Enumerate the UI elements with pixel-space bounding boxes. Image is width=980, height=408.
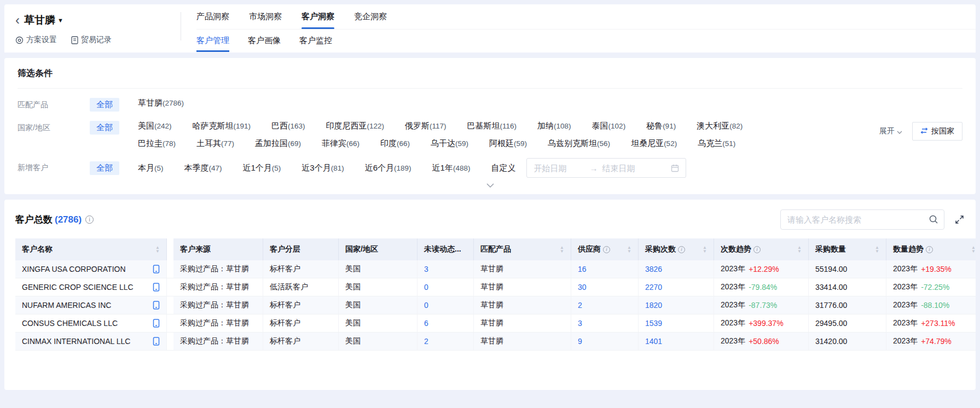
cell-unread-link[interactable]: 0 xyxy=(417,278,474,296)
expand-link[interactable]: 展开 xyxy=(879,126,902,136)
primary-tab[interactable]: 产品洞察 xyxy=(196,4,229,29)
sort-icon[interactable]: ▲▼ xyxy=(793,246,802,253)
country-filter-item[interactable]: 印度尼西亚(122) xyxy=(326,121,385,131)
cell-unread-link[interactable]: 0 xyxy=(417,296,474,314)
cell-unread-link[interactable]: 6 xyxy=(417,314,474,332)
time-filter-item[interactable]: 近3个月(81) xyxy=(301,163,344,173)
phone-contact-icon[interactable] xyxy=(153,301,160,310)
country-filter-item[interactable]: 孟加拉国(69) xyxy=(255,138,301,149)
cell-purchase-times-link[interactable]: 1820 xyxy=(639,296,714,314)
phone-contact-icon[interactable] xyxy=(153,283,160,292)
cell-purchase-times-link[interactable]: 1401 xyxy=(639,333,714,350)
sort-icon[interactable]: ▲▼ xyxy=(967,246,976,253)
back-icon[interactable]: ‹ xyxy=(15,14,20,26)
country-filter-item[interactable]: 巴西(163) xyxy=(271,121,305,131)
column-header-times-trend[interactable]: 次数趋势i ▲▼ xyxy=(714,238,809,260)
collapse-panel-chevron-icon[interactable] xyxy=(486,183,494,188)
start-date-input[interactable] xyxy=(534,164,585,173)
country-filter-item[interactable]: 菲律宾(66) xyxy=(322,138,359,149)
cell-purchase-times-link[interactable]: 1539 xyxy=(639,314,714,332)
title-caret-down-icon[interactable]: ▼ xyxy=(57,17,63,24)
country-filter-item[interactable]: 哈萨克斯坦(191) xyxy=(193,121,251,131)
country-filter-item[interactable]: 加纳(108) xyxy=(537,121,571,131)
phone-contact-icon[interactable] xyxy=(153,337,160,346)
primary-tab-label: 产品洞察 xyxy=(196,11,229,22)
table-row[interactable]: CINMAX INTERNATIONAL LLC 采购过产品：草甘膦 标杆客户 … xyxy=(15,333,976,351)
time-filter-item[interactable]: 本月(5) xyxy=(138,163,164,173)
time-filter-item[interactable]: 近1个月(5) xyxy=(243,163,281,173)
customer-search-input[interactable] xyxy=(781,215,944,224)
trade-records-button[interactable]: 贸易记录 xyxy=(71,35,112,45)
fullscreen-icon[interactable] xyxy=(954,214,965,225)
sort-icon[interactable]: ▲▼ xyxy=(623,246,631,253)
cell-purchase-times-link[interactable]: 3826 xyxy=(639,260,714,278)
table-row[interactable]: NUFARM AMERICAS INC 采购过产品：草甘膦 标杆客户 美国 0 … xyxy=(15,296,976,314)
column-header-suppliers[interactable]: 供应商i ▲▼ xyxy=(571,238,639,260)
product-filter-item[interactable]: 草甘膦(2786) xyxy=(138,98,184,108)
phone-contact-icon[interactable] xyxy=(153,319,160,328)
cell-purchase-times-link[interactable]: 2270 xyxy=(639,278,714,296)
country-filter-item[interactable]: 澳大利亚(82) xyxy=(697,121,743,131)
cell-suppliers-link[interactable]: 2 xyxy=(571,296,639,314)
table-row[interactable]: XINGFA USA CORPORATION 采购过产品：草甘膦 标杆客户 美国… xyxy=(15,260,976,278)
sort-icon[interactable]: ▲▼ xyxy=(871,246,879,253)
country-filter-item[interactable]: 印度(66) xyxy=(380,138,410,149)
info-circle-icon[interactable]: i xyxy=(603,246,610,253)
table-row[interactable]: GENERIC CROP SCIENCE LLC 采购过产品：草甘膦 低活跃客户… xyxy=(15,278,976,296)
column-header-purchase-quantity[interactable]: 采购数量 ▲▼ xyxy=(809,238,886,260)
sort-icon[interactable]: ▲▼ xyxy=(698,246,707,253)
country-filter-item[interactable]: 乌克兰(51) xyxy=(698,138,735,149)
country-filter-item[interactable]: 巴拉圭(78) xyxy=(138,138,176,149)
time-filter-item[interactable]: 近6个月(189) xyxy=(365,163,411,173)
cell-suppliers-link[interactable]: 16 xyxy=(571,260,639,278)
column-header-matched-product[interactable]: 匹配产品 ▲▼ xyxy=(474,238,571,260)
country-filter-item[interactable]: 土耳其(77) xyxy=(196,138,234,149)
cell-unread-link[interactable]: 3 xyxy=(417,260,474,278)
table-row[interactable]: CONSUS CHEMICALS LLC 采购过产品：草甘膦 标杆客户 美国 6… xyxy=(15,314,976,333)
secondary-tab[interactable]: 客户管理 xyxy=(196,30,229,52)
cell-suppliers-link[interactable]: 3 xyxy=(571,314,639,332)
info-circle-icon[interactable]: i xyxy=(678,246,685,253)
time-filter-item[interactable]: 近1年(488) xyxy=(432,163,471,173)
filter-all-chip[interactable]: 全部 xyxy=(90,161,119,175)
search-icon[interactable] xyxy=(929,214,938,226)
by-country-button[interactable]: 按国家 xyxy=(912,122,962,141)
time-filter-item[interactable]: 本季度(47) xyxy=(184,163,222,173)
secondary-tab[interactable]: 客户监控 xyxy=(299,30,332,52)
country-filter-item[interactable]: 坦桑尼亚(52) xyxy=(631,138,677,149)
info-circle-icon[interactable]: i xyxy=(753,246,761,253)
cell-unread-link[interactable]: 2 xyxy=(417,333,474,350)
primary-tab[interactable]: 客户洞察 xyxy=(301,4,334,29)
column-header-quantity-trend[interactable]: 数量趋势i ▲▼ xyxy=(886,238,976,260)
plan-settings-button[interactable]: 方案设置 xyxy=(15,35,57,45)
column-header-customer-name[interactable]: 客户名称 ▲▼ xyxy=(15,238,167,260)
phone-contact-icon[interactable] xyxy=(153,265,160,273)
country-filter-item[interactable]: 秘鲁(91) xyxy=(646,121,676,131)
cell-country: 美国 xyxy=(339,278,417,296)
info-circle-icon[interactable]: i xyxy=(926,246,933,253)
cell-suppliers-link[interactable]: 9 xyxy=(571,333,639,350)
calendar-icon[interactable] xyxy=(671,164,679,172)
filter-all-chip[interactable]: 全部 xyxy=(90,98,119,112)
country-filter-item[interactable]: 乌兹别克斯坦(56) xyxy=(548,138,610,149)
country-filter-item[interactable]: 乌干达(59) xyxy=(431,138,468,149)
column-header-purchase-times[interactable]: 采购次数i ▲▼ xyxy=(639,238,714,260)
country-filter-item[interactable]: 美国(242) xyxy=(138,121,172,131)
primary-tab[interactable]: 竞企洞察 xyxy=(354,4,387,29)
date-range-picker[interactable]: → xyxy=(526,158,686,178)
end-date-input[interactable] xyxy=(602,164,653,173)
country-items-row1: 美国(242) 哈萨克斯坦(191) 巴西(163) 印度尼西亚(122) 俄罗… xyxy=(138,121,743,131)
country-filter-item[interactable]: 巴基斯坦(116) xyxy=(467,121,517,131)
sort-icon[interactable]: ▲▼ xyxy=(151,246,160,253)
country-filter-item[interactable]: 阿根廷(59) xyxy=(489,138,527,149)
country-filter-item[interactable]: 泰国(102) xyxy=(592,121,626,131)
cell-suppliers-link[interactable]: 30 xyxy=(571,278,639,296)
cell-customer-tier: 标杆客户 xyxy=(263,296,339,314)
secondary-tab[interactable]: 客户画像 xyxy=(248,30,281,52)
info-circle-icon[interactable]: i xyxy=(85,215,94,224)
country-filter-item[interactable]: 俄罗斯(117) xyxy=(405,121,446,131)
custom-range-label[interactable]: 自定义 xyxy=(491,163,515,173)
primary-tab[interactable]: 市场洞察 xyxy=(249,4,282,29)
sort-icon[interactable]: ▲▼ xyxy=(555,246,564,253)
filter-all-chip[interactable]: 全部 xyxy=(90,121,119,135)
